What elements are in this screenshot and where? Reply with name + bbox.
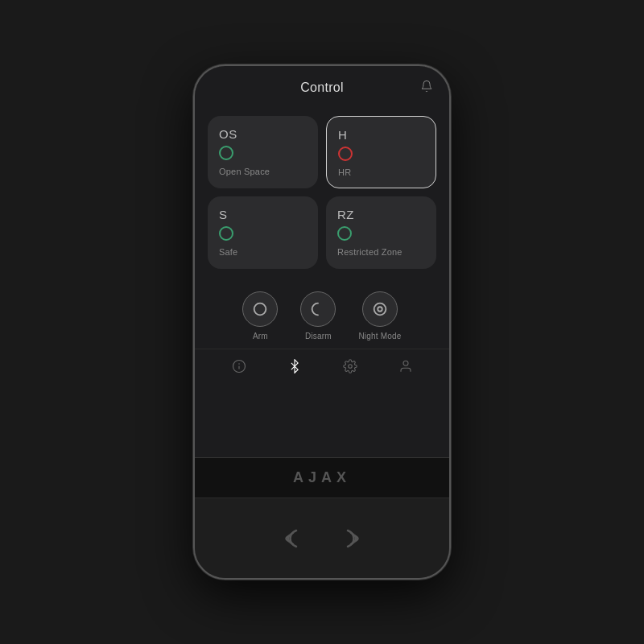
svg-point-2 <box>378 307 382 312</box>
disarm-icon-wrap <box>300 291 336 327</box>
zone-status-rz <box>337 226 352 241</box>
device-screen: Control OS Open Space H <box>195 66 449 457</box>
night-mode-button[interactable]: Night Mode <box>358 291 401 341</box>
ajax-logo: AJAX <box>293 469 351 486</box>
bell-icon[interactable] <box>420 80 433 96</box>
nav-settings[interactable] <box>341 357 359 375</box>
zones-grid: OS Open Space H HR S Safe RZ Restricted … <box>195 116 449 269</box>
arm-button[interactable]: Arm <box>242 291 278 341</box>
zone-status-hr <box>338 147 353 161</box>
zone-name-hr: HR <box>338 167 351 177</box>
svg-point-7 <box>403 361 408 365</box>
bottom-nav <box>195 349 449 385</box>
zone-abbr-safe: S <box>219 208 228 221</box>
svg-point-1 <box>374 303 386 316</box>
disarm-icon <box>309 300 327 318</box>
header-row: Control <box>211 80 433 95</box>
zone-status-safe <box>219 226 233 241</box>
nav-bluetooth[interactable] <box>286 357 303 375</box>
zone-abbr-os: OS <box>219 127 237 141</box>
ajax-strip: AJAX <box>195 457 449 497</box>
nfc-wave-left <box>280 526 306 551</box>
zone-card-rz[interactable]: RZ Restricted Zone <box>326 196 436 269</box>
night-mode-label: Night Mode <box>358 332 401 341</box>
nfc-area[interactable] <box>195 497 449 578</box>
night-mode-icon <box>371 300 389 318</box>
screen-header: Control <box>195 66 449 116</box>
zone-card-hr[interactable]: H HR <box>326 116 436 188</box>
zone-abbr-hr: H <box>338 128 347 142</box>
device-panel: Control OS Open Space H <box>193 64 451 580</box>
disarm-label: Disarm <box>305 332 332 341</box>
zone-name-os: Open Space <box>219 167 270 176</box>
zone-card-os[interactable]: OS Open Space <box>208 116 318 188</box>
disarm-button[interactable]: Disarm <box>300 291 336 341</box>
night-mode-icon-wrap <box>362 291 398 327</box>
arm-icon <box>251 300 269 318</box>
nav-user[interactable] <box>397 357 415 375</box>
nfc-wave-right <box>338 526 364 551</box>
svg-point-6 <box>348 365 352 369</box>
arm-icon-wrap <box>242 291 278 327</box>
zone-abbr-rz: RZ <box>337 208 354 221</box>
arm-label: Arm <box>253 332 268 341</box>
zone-status-os <box>219 146 233 160</box>
svg-point-0 <box>254 303 266 316</box>
zone-name-safe: Safe <box>219 247 237 257</box>
page-title: Control <box>300 80 344 95</box>
zone-name-rz: Restricted Zone <box>337 247 402 257</box>
actions-row: Arm Disarm Night Mode <box>195 282 449 349</box>
nav-info[interactable] <box>230 357 248 375</box>
zone-card-safe[interactable]: S Safe <box>208 196 318 269</box>
